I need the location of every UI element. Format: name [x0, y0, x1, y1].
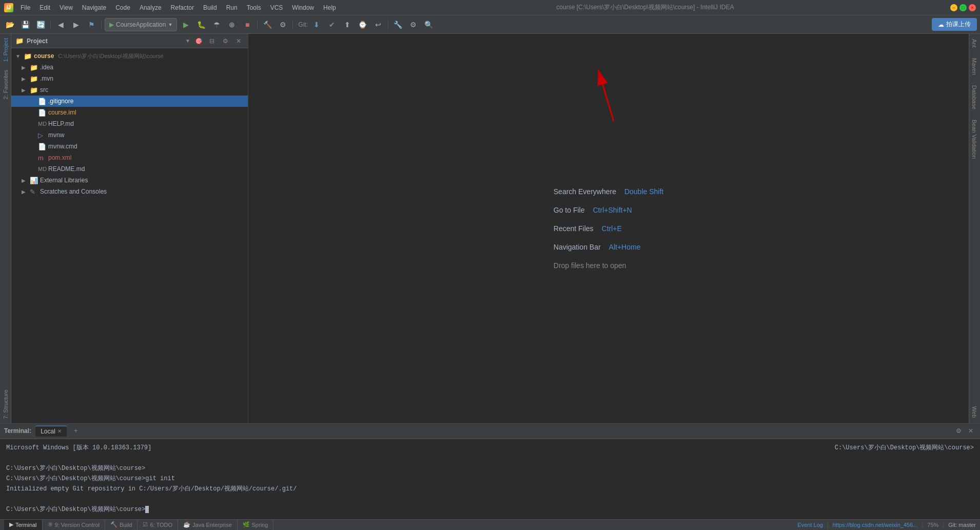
bottom-bar: ▶ Terminal ⑨ 9: Version Control 🔨 Build … — [0, 519, 980, 530]
menu-help[interactable]: Help — [319, 3, 340, 12]
terminal-tab-local[interactable]: Local ✕ — [35, 426, 67, 437]
terminal-settings-btn[interactable]: ⚙ — [953, 426, 964, 436]
git-revert-btn[interactable]: ↩ — [371, 18, 385, 31]
tree-root[interactable]: ▼ 📁 course C:\Users\罗小白\Desktop\视频网站\cou… — [11, 50, 248, 62]
tree-pom-xml[interactable]: ▶ m pom.xml — [11, 152, 248, 163]
terminal-tab-close[interactable]: ✕ — [57, 428, 62, 434]
save-btn[interactable]: 💾 — [18, 18, 32, 31]
git-status[interactable]: Git: master — [948, 522, 976, 528]
menu-edit[interactable]: Edit — [35, 3, 54, 12]
profile-btn[interactable]: ⊕ — [225, 18, 239, 31]
coverage-btn[interactable]: ☂ — [210, 18, 223, 31]
maximize-button[interactable]: □ — [959, 4, 967, 11]
git-update-btn[interactable]: ⬇ — [310, 18, 323, 31]
root-folder-name: course — [34, 52, 54, 60]
bottom-tab-terminal[interactable]: ▶ Terminal — [4, 520, 43, 530]
bottom-tab-vcs[interactable]: ⑨ 9: Version Control — [43, 520, 105, 530]
menu-navigate[interactable]: Navigate — [78, 3, 110, 12]
sidebar-item-favorites[interactable]: 2: Favorites — [0, 66, 11, 103]
run-config-selector[interactable]: ▶ CourseApplication ▼ — [105, 18, 177, 31]
git-history-btn[interactable]: ⌚ — [356, 18, 369, 31]
menu-vcs[interactable]: VCS — [266, 3, 287, 12]
tree-readme-md[interactable]: ▶ MD README.md — [11, 163, 248, 175]
menu-analyze[interactable]: Analyze — [135, 3, 166, 12]
terminal-tab-label: Local — [41, 428, 55, 435]
spring-tab-text: Spring — [252, 522, 268, 528]
tree-scratches[interactable]: ▶ ✎ Scratches and Consoles — [11, 186, 248, 197]
menu-code[interactable]: Code — [111, 3, 134, 12]
debug-btn[interactable]: 🐛 — [194, 18, 208, 31]
toolbar-divider-4 — [292, 20, 293, 30]
sidebar-item-ant[interactable]: Ant — [969, 34, 980, 53]
menu-view[interactable]: View — [55, 3, 77, 12]
sidebar-item-database[interactable]: Database — [969, 80, 980, 115]
menu-file[interactable]: File — [16, 3, 34, 12]
stop-btn[interactable]: ■ — [241, 18, 254, 31]
menu-build[interactable]: Build — [199, 3, 221, 12]
tree-course-iml[interactable]: ▶ 📄 course.iml — [11, 107, 248, 118]
java-tab-text: Java Enterprise — [192, 522, 231, 528]
terminal-text-4: C:\Users\罗小白\Desktop\视频网站\course>git ini… — [6, 475, 175, 482]
bottom-tab-spring[interactable]: 🌿 Spring — [238, 520, 274, 530]
back-btn[interactable]: ◀ — [54, 18, 67, 31]
toolbar-divider-2 — [101, 20, 102, 30]
project-panel: 📁 Project ▼ 🎯 ⊟ ⚙ ✕ ▼ 📁 course C:\Users\… — [11, 34, 248, 423]
settings-btn[interactable]: 🔧 — [391, 18, 405, 31]
menu-tools[interactable]: Tools — [243, 3, 265, 12]
event-log-link[interactable]: Event Log — [797, 522, 823, 528]
menu-run[interactable]: Run — [222, 3, 242, 12]
sidebar-item-bean-validation[interactable]: Bean Validation — [969, 115, 980, 164]
sidebar-item-project[interactable]: 1: Project — [0, 34, 11, 66]
bottom-tab-build[interactable]: 🔨 Build — [105, 520, 138, 530]
readme-md-file: README.md — [48, 165, 85, 173]
vcs-settings-btn[interactable]: ⚙ — [407, 18, 420, 31]
sidebar-item-web[interactable]: Web — [969, 401, 980, 423]
tree-idea[interactable]: ▶ 📁 .idea — [11, 62, 248, 73]
nav-bar-shortcut: Alt+Home — [609, 243, 641, 251]
build-btn[interactable]: 🔨 — [261, 18, 274, 31]
git-push-btn[interactable]: ⬆ — [341, 18, 354, 31]
toolbar-divider-5 — [388, 20, 388, 30]
recent-files-label: Recent Files — [554, 224, 594, 233]
git-commit-btn[interactable]: ✔ — [325, 18, 339, 31]
close-button[interactable]: × — [969, 4, 976, 11]
terminal-add-tab[interactable]: + — [71, 426, 81, 436]
menu-window[interactable]: Window — [288, 3, 318, 12]
app-logo: IJ — [4, 3, 13, 12]
tree-gitignore[interactable]: ▶ 📄 .gitignore — [11, 96, 248, 107]
tree-mvn[interactable]: ▶ 📁 .mvn — [11, 73, 248, 84]
tree-external-libs[interactable]: ▶ 📊 External Libraries — [11, 175, 248, 186]
open-file-btn[interactable]: 📂 — [3, 18, 16, 31]
terminal-line-2 — [6, 453, 974, 463]
iml-file: course.iml — [48, 109, 76, 116]
toolbar-divider-1 — [50, 20, 51, 30]
panel-locate-btn[interactable]: 🎯 — [193, 36, 204, 46]
terminal-close-btn[interactable]: ✕ — [966, 426, 976, 436]
menu-refactor[interactable]: Refactor — [167, 3, 198, 12]
build2-btn[interactable]: ⚙ — [276, 18, 289, 31]
bottom-tab-java-enterprise[interactable]: ☕ Java Enterprise — [178, 520, 237, 530]
forward-btn[interactable]: ▶ — [69, 18, 83, 31]
tree-mvnw-cmd[interactable]: ▶ 📄 mvnw.cmd — [11, 141, 248, 152]
terminal-content[interactable]: Microsoft Windows [版本 10.0.18363.1379] C… — [0, 439, 980, 519]
right-side-tabs: Ant Maven Database Bean Validation Web — [969, 34, 980, 423]
terminal-text-7: C:\Users\罗小白\Desktop\视频网站\course> — [6, 506, 145, 513]
terminal-tab-text: Terminal — [15, 522, 37, 528]
dropdown-icon: ▼ — [168, 22, 172, 27]
panel-collapse-btn[interactable]: ⊟ — [207, 36, 217, 46]
sync-btn[interactable]: 🔄 — [34, 18, 47, 31]
tree-help-md[interactable]: ▶ MD HELP.md — [11, 118, 248, 129]
tree-src[interactable]: ▶ 📁 src — [11, 84, 248, 96]
upload-button[interactable]: ☁ 拍课上传 — [932, 18, 977, 31]
search-btn[interactable]: 🔍 — [422, 18, 436, 31]
sidebar-item-maven[interactable]: Maven — [969, 53, 980, 80]
panel-settings-btn[interactable]: ⚙ — [220, 36, 230, 46]
sidebar-item-structure[interactable]: 7: Structure — [0, 386, 11, 423]
terminal-area: Terminal: Local ✕ + ⚙ ✕ Microsoft Window… — [0, 423, 980, 519]
panel-close-btn[interactable]: ✕ — [233, 36, 244, 46]
run-btn[interactable]: ▶ — [179, 18, 192, 31]
navigate-btn[interactable]: ⚑ — [85, 18, 98, 31]
minimize-button[interactable]: − — [950, 4, 957, 11]
tree-mvnw[interactable]: ▶ ▷ mvnw — [11, 129, 248, 141]
bottom-tab-todo[interactable]: ☑ 6: TODO — [138, 520, 178, 530]
